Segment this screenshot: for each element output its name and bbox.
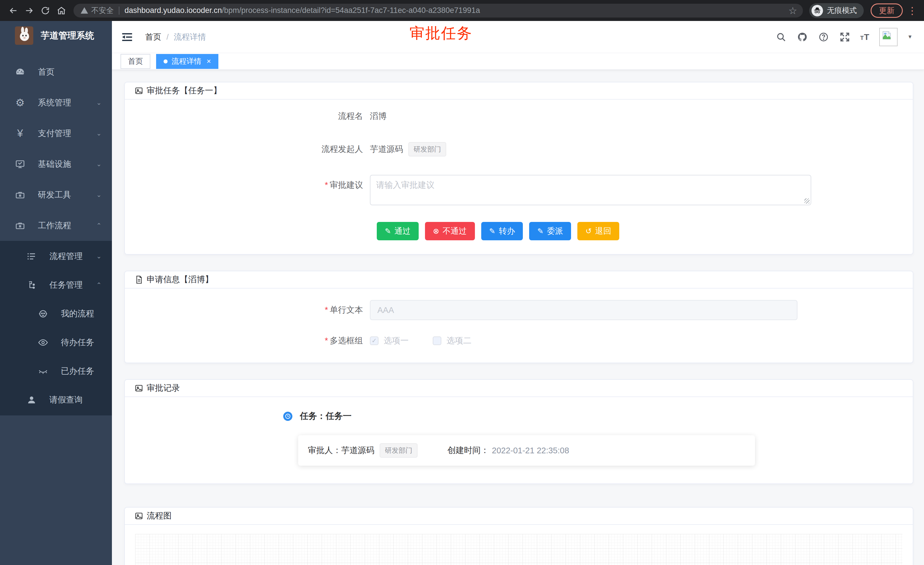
sidebar-item-label: 我的流程 bbox=[61, 308, 94, 320]
sidebar-item-todo-tasks[interactable]: 待办任务 bbox=[0, 328, 112, 357]
suggestion-textarea-wrap bbox=[370, 175, 811, 205]
url-path: /bpm/process-instance/detail?id=54aa251f… bbox=[222, 6, 480, 15]
tab-close-icon[interactable]: × bbox=[207, 57, 211, 66]
browser-back-button[interactable] bbox=[5, 3, 21, 19]
sidebar-item-label: 基础设施 bbox=[38, 158, 71, 170]
reject-button[interactable]: ⊗不通过 bbox=[425, 222, 475, 240]
tree-icon bbox=[25, 280, 38, 290]
home-icon bbox=[57, 6, 66, 15]
sidebar-item-task-mgmt[interactable]: 任务管理 ⌃ bbox=[0, 271, 112, 299]
url-text: dashboard.yudao.iocoder.cn/bpm/process-i… bbox=[124, 6, 785, 15]
chevron-down-icon: ⌄ bbox=[96, 252, 102, 260]
sidebar-item-label: 请假查询 bbox=[50, 394, 82, 406]
sidebar-item-my-process[interactable]: 我的流程 bbox=[0, 299, 112, 328]
browser-home-button[interactable] bbox=[53, 3, 69, 19]
approval-record-card: 审批记录 任务：任务一 审批人： 芋道源码 研发部门 创建时间： bbox=[124, 379, 914, 484]
checkbox-checked-icon: ✓ bbox=[370, 337, 378, 345]
process-diagram-card: 流程图 bbox=[124, 507, 914, 565]
sidebar-item-infra[interactable]: 基础设施 ⌄ bbox=[0, 149, 112, 179]
card-header: 申请信息【滔博】 bbox=[125, 271, 913, 289]
approver-label: 审批人： bbox=[308, 445, 341, 456]
bookmark-star-icon[interactable]: ☆ bbox=[789, 5, 797, 17]
sidebar: 芋道管理系统 首页 ⚙ 系统管理 ⌄ ¥ 支付管理 ⌄ bbox=[0, 21, 112, 565]
required-asterisk: * bbox=[325, 180, 328, 189]
search-icon[interactable] bbox=[776, 31, 787, 43]
single-line-text-input bbox=[370, 300, 798, 320]
chrome-update-button[interactable]: 更新 bbox=[871, 3, 903, 18]
card-title: 审批记录 bbox=[147, 382, 180, 394]
avatar[interactable] bbox=[879, 28, 898, 46]
sidebar-item-done-tasks[interactable]: 已办任务 bbox=[0, 357, 112, 386]
sidebar-item-workflow[interactable]: 工作流程 ⌃ bbox=[0, 210, 112, 241]
sidebar-item-system[interactable]: ⚙ 系统管理 ⌄ bbox=[0, 87, 112, 118]
page-content: 审批任务【任务一】 流程名 滔博 流程发起人 芋道源码 研发部门 bbox=[112, 70, 924, 565]
suggestion-textarea[interactable] bbox=[370, 175, 811, 205]
document-icon bbox=[135, 275, 143, 284]
checkbox-unchecked-icon bbox=[433, 337, 441, 345]
initiator-label: 流程发起人 bbox=[125, 144, 370, 155]
task-title: 任务：任务一 bbox=[300, 410, 351, 422]
chevron-down-icon: ⌄ bbox=[96, 99, 102, 107]
sidebar-item-label: 任务管理 bbox=[50, 279, 82, 291]
picture-icon bbox=[135, 512, 143, 520]
list-icon bbox=[25, 251, 38, 261]
browser-forward-button[interactable] bbox=[21, 3, 37, 19]
card-body: 流程名 滔博 流程发起人 芋道源码 研发部门 *审批建议 bbox=[125, 100, 913, 254]
url-bar[interactable]: 不安全 dashboard.yudao.iocoder.cn/bpm/proce… bbox=[74, 4, 803, 18]
bpmn-canvas bbox=[135, 534, 903, 565]
tab-home[interactable]: 首页 bbox=[120, 54, 150, 69]
return-button[interactable]: ↺退回 bbox=[578, 222, 619, 240]
broken-image-icon bbox=[881, 30, 892, 41]
security-label: 不安全 bbox=[91, 6, 114, 15]
card-title: 流程图 bbox=[147, 510, 172, 521]
monitor-icon bbox=[14, 159, 26, 169]
forward-icon bbox=[24, 6, 34, 15]
dashboard-icon bbox=[14, 67, 26, 77]
browser-reload-button[interactable] bbox=[37, 3, 53, 19]
security-warning-icon[interactable] bbox=[80, 7, 88, 15]
initiator-value: 芋道源码 研发部门 bbox=[370, 142, 446, 156]
dept-tag: 研发部门 bbox=[408, 142, 446, 156]
workflow-submenu: 流程管理 ⌄ 任务管理 ⌃ 我的流程 bbox=[0, 241, 112, 415]
initiator-row: 流程发起人 芋道源码 研发部门 bbox=[125, 142, 913, 156]
help-icon[interactable] bbox=[818, 31, 829, 43]
checkbox-group-label: *多选框组 bbox=[125, 335, 370, 347]
created-label: 创建时间： bbox=[447, 445, 489, 456]
picture-icon bbox=[135, 384, 143, 392]
github-icon[interactable] bbox=[796, 31, 808, 43]
approve-button[interactable]: ✎通过 bbox=[377, 222, 418, 240]
process-name-value: 滔博 bbox=[370, 111, 387, 122]
sidebar-fold-icon[interactable] bbox=[120, 30, 134, 44]
fullscreen-icon[interactable] bbox=[839, 31, 850, 43]
card-title: 申请信息【滔博】 bbox=[147, 274, 213, 286]
tab-process-detail[interactable]: 流程详情 × bbox=[156, 54, 218, 69]
sidebar-item-payment[interactable]: ¥ 支付管理 ⌄ bbox=[0, 118, 112, 149]
sidebar-item-process-mgmt[interactable]: 流程管理 ⌄ bbox=[0, 242, 112, 271]
undo-icon: ↺ bbox=[585, 227, 592, 235]
sidebar-item-leave-query[interactable]: 请假查询 bbox=[0, 386, 112, 414]
avatar-caret-icon[interactable]: ▼ bbox=[908, 34, 912, 40]
sidebar-item-devtools[interactable]: 研发工具 ⌄ bbox=[0, 179, 112, 210]
annotation-text: 审批任务 bbox=[410, 23, 472, 44]
circle-close-icon: ⊗ bbox=[433, 227, 440, 235]
breadcrumb: 首页 / 流程详情 bbox=[145, 32, 206, 42]
incognito-label: 无痕模式 bbox=[827, 6, 857, 15]
chrome-menu-icon[interactable]: ⋮ bbox=[908, 5, 916, 17]
incognito-badge: 无痕模式 bbox=[809, 3, 864, 18]
logo-image bbox=[15, 26, 33, 45]
sidebar-item-home[interactable]: 首页 bbox=[0, 57, 112, 87]
eye-icon bbox=[37, 337, 50, 348]
delegate-button[interactable]: ✎委派 bbox=[529, 222, 571, 240]
toolbox-icon bbox=[14, 190, 26, 200]
sidebar-item-label: 首页 bbox=[38, 66, 54, 78]
breadcrumb-home[interactable]: 首页 bbox=[145, 32, 161, 42]
app-title: 芋道管理系统 bbox=[41, 30, 94, 42]
sidebar-item-label: 待办任务 bbox=[61, 337, 94, 348]
font-size-icon[interactable]: TT bbox=[860, 32, 870, 42]
edit-icon: ✎ bbox=[537, 227, 543, 235]
required-asterisk: * bbox=[325, 305, 328, 314]
resize-grip[interactable] bbox=[804, 198, 810, 204]
chevron-down-icon: ⌄ bbox=[96, 130, 102, 137]
app-logo[interactable]: 芋道管理系统 bbox=[0, 21, 112, 50]
transfer-button[interactable]: ✎转办 bbox=[481, 222, 523, 240]
